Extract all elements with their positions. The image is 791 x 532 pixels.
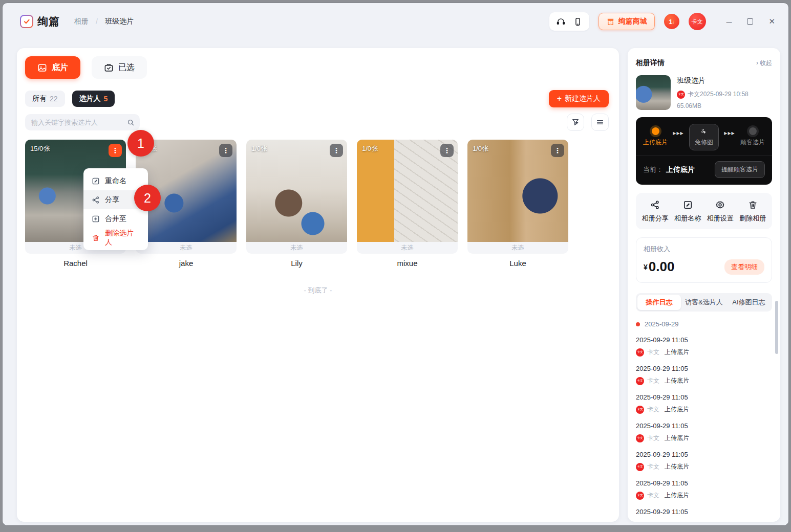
sidebar-scrollbar-thumb[interactable] (775, 301, 778, 354)
workflow-steps: 上传底片 ▶▶▶ 免修图 ▶▶▶ 顾客选片 (636, 117, 772, 156)
new-picker-button[interactable]: + 新建选片人 (549, 90, 609, 107)
card-name: Rachel (25, 259, 126, 268)
log-user-row: 卡文 卡文 上传底片 (636, 434, 772, 442)
log-user: 卡文 (647, 491, 659, 500)
filter-row: 所有 22 选片人 5 + 新建选片人 (17, 79, 619, 107)
filter-all[interactable]: 所有 22 (25, 91, 65, 107)
search-box[interactable] (25, 114, 140, 130)
filter-picker-label: 选片人 (79, 94, 101, 103)
breadcrumb: 相册 / 班级选片 (74, 17, 134, 26)
filter-all-label: 所有 (32, 94, 47, 103)
search-row (17, 107, 619, 131)
shop-button[interactable]: 绚篇商城 (598, 13, 655, 30)
menu-item-merge[interactable]: 合并至 (83, 209, 148, 228)
tab-operation-log[interactable]: 操作日志 (637, 295, 681, 310)
step-label: 顾客选片 (740, 138, 765, 147)
log-user: 卡文 (647, 405, 659, 414)
album-rename-action[interactable]: 相册名称 (672, 200, 704, 223)
breadcrumb-album[interactable]: 相册 (74, 17, 89, 26)
album-share-action[interactable]: 相册分享 (639, 200, 672, 223)
album-detail-sidebar: 相册详情 › 收起 班级选片 卡文 卡文2025-09-29 10:58 65.… (628, 48, 780, 522)
kebab-icon: ⋮ (112, 146, 119, 154)
topbar-right: 绚篇商城 1↓ 卡文 ─ ✕ (549, 12, 775, 31)
share-icon (650, 200, 660, 210)
log-action: 上传底片 (665, 376, 689, 385)
view-tabs: 底片 已选 (17, 48, 619, 79)
album-delete-action[interactable]: 删除相册 (737, 200, 769, 223)
top-bar: 绚篇 相册 / 班级选片 绚篇商城 1↓ 卡文 ─ (3, 3, 788, 40)
card-menu-button[interactable]: ⋮ (551, 144, 564, 157)
transfer-tasks-badge[interactable]: 1↓ (664, 14, 679, 29)
breadcrumb-current: 班级选片 (105, 17, 134, 26)
log-user-row: 卡文 卡文 上传底片 (636, 491, 772, 500)
log-user: 卡文 (647, 376, 659, 385)
picker-card-mixue[interactable]: 1/0张 ⋮ 未选 mixue (357, 140, 458, 268)
owner-created: 卡文2025-09-29 10:58 (688, 90, 749, 99)
album-settings-action[interactable]: 相册设置 (704, 200, 737, 223)
menu-item-label: 重命名 (105, 176, 126, 186)
date-dot-icon (636, 322, 640, 326)
sidebar-header: 相册详情 › 收起 (636, 48, 772, 68)
action-label: 相册分享 (642, 214, 669, 223)
menu-item-label: 分享 (105, 195, 119, 205)
logo-check-icon (20, 15, 33, 28)
filter-all-count: 22 (50, 95, 58, 103)
filter-funnel-button[interactable] (567, 114, 584, 131)
menu-item-label: 删除选片人 (105, 229, 140, 247)
tab-ai-retouch-log[interactable]: AI修图日志 (727, 295, 771, 310)
tab-chosen[interactable]: 已选 (92, 56, 147, 79)
log-time: 2025-09-29 11:05 (636, 422, 772, 430)
card-menu-button[interactable]: ⋮ (440, 144, 454, 157)
log-time: 2025-09-29 11:05 (636, 365, 772, 372)
step-retouch[interactable]: 免修图 (689, 124, 719, 150)
card-status: 未选 (136, 242, 237, 254)
photo-count: 15/0张 (30, 144, 50, 153)
picker-card-lily[interactable]: 1/0张 ⋮ 未选 Lily (246, 140, 347, 268)
click-cursor-icon (700, 128, 708, 136)
photo-count: 1/0张 (251, 144, 267, 153)
chevron-right-icon: › (756, 59, 758, 66)
album-actions: 相册分享 相册名称 相册设置 删除相册 (636, 193, 772, 229)
main-panel: 底片 已选 所有 22 选片人 5 + 新建选片人 (17, 48, 619, 522)
shop-button-label: 绚篇商城 (618, 17, 647, 26)
card-menu-button[interactable]: ⋮ (330, 144, 343, 157)
user-avatar[interactable]: 卡文 (689, 13, 706, 30)
picker-card-luke[interactable]: 1/0张 ⋮ 未选 Luke (467, 140, 568, 268)
share-icon (92, 196, 100, 204)
card-name: Luke (467, 259, 568, 268)
log-user-row: 卡文 卡文 上传底片 (636, 376, 772, 385)
view-detail-button[interactable]: 查看明细 (724, 259, 764, 275)
step-customer-pick: 顾客选片 (740, 127, 765, 147)
transfer-arrow-icon: ↓ (672, 19, 674, 25)
menu-item-delete[interactable]: 删除选片人 (83, 228, 148, 247)
card-menu-button[interactable]: ⋮ (109, 144, 122, 157)
app-window: 绚篇 相册 / 班级选片 绚篇商城 1↓ 卡文 ─ (2, 3, 789, 526)
album-name: 班级选片 (677, 76, 749, 85)
log-time: 2025-09-29 11:05 (636, 479, 772, 487)
merge-icon (92, 215, 100, 223)
layout-list-button[interactable] (591, 114, 609, 131)
image-icon (37, 63, 47, 73)
album-thumbnail[interactable] (636, 75, 671, 110)
log-user-row: 卡文 卡文 上传底片 (636, 348, 772, 357)
photo-count: 1/0张 (362, 144, 378, 153)
step-arrows-icon: ▶▶▶ (724, 131, 735, 144)
filter-picker[interactable]: 选片人 5 (72, 91, 115, 107)
card-status: 未选 (467, 242, 568, 254)
remind-customer-button[interactable]: 提醒顾客选片 (715, 161, 765, 178)
album-size: 65.06MB (677, 102, 749, 109)
close-button[interactable]: ✕ (768, 17, 775, 26)
collapse-button[interactable]: › 收起 (756, 59, 772, 68)
device-toggle[interactable] (549, 12, 589, 31)
tab-visitors-pickers[interactable]: 访客&选片人 (681, 295, 727, 310)
trash-icon (748, 200, 758, 210)
album-summary: 班级选片 卡文 卡文2025-09-29 10:58 65.06MB (636, 75, 772, 110)
card-menu-button[interactable]: ⋮ (219, 144, 232, 157)
maximize-button[interactable] (747, 18, 753, 25)
edit-icon (683, 200, 693, 210)
search-input[interactable] (31, 119, 127, 126)
minimize-button[interactable]: ─ (726, 17, 732, 26)
log-entry: 2025-09-29 11:05 卡文 卡文 上传底片 (636, 451, 772, 471)
tutorial-step-2-badge: 2 (134, 185, 161, 211)
tab-film[interactable]: 底片 (25, 56, 80, 79)
